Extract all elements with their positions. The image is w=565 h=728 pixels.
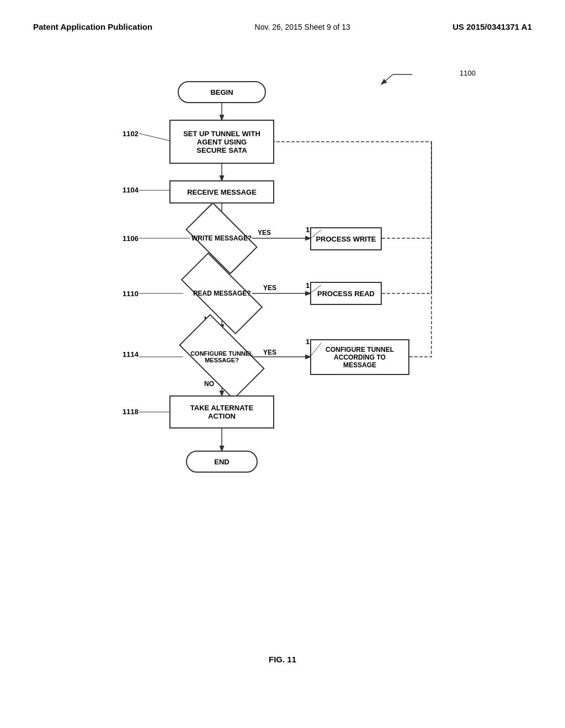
page: Patent Application Publication Nov. 26, … <box>0 0 565 728</box>
svg-line-12 <box>139 133 169 141</box>
process-read-node: PROCESS READ <box>310 282 382 305</box>
write-yes-label: YES <box>258 229 271 237</box>
alternate-action-node: TAKE ALTERNATE ACTION <box>169 395 274 429</box>
begin-node: BEGIN <box>178 81 266 103</box>
configure-message-diamond: CONFIGURE TUNNEL MESSAGE? <box>179 314 265 400</box>
read-yes-label: YES <box>263 284 276 292</box>
header-right: US 2015/0341371 A1 <box>452 22 532 31</box>
configure-yes-label: YES <box>263 349 276 356</box>
label-1104: 1104 <box>122 186 138 194</box>
process-write-node: PROCESS WRITE <box>310 227 382 250</box>
label-1106: 1106 <box>122 234 138 243</box>
setup-tunnel-node: SET UP TUNNEL WITH AGENT USING SECURE SA… <box>169 120 274 164</box>
header: Patent Application Publication Nov. 26, … <box>33 22 532 31</box>
header-left: Patent Application Publication <box>33 22 152 31</box>
label-1114: 1114 <box>122 350 138 358</box>
figure-caption: FIG. 11 <box>33 655 532 664</box>
label-1102: 1102 <box>122 130 138 138</box>
configure-no-label: NO <box>204 380 214 388</box>
diagram-container: 1100 <box>67 65 498 644</box>
ref-1100: 1100 <box>460 69 476 77</box>
end-node: END <box>186 451 258 473</box>
label-1110: 1110 <box>122 290 138 298</box>
svg-line-11 <box>382 74 393 84</box>
label-1118: 1118 <box>122 408 138 416</box>
header-center: Nov. 26, 2015 Sheet 9 of 13 <box>255 23 350 31</box>
configure-action-node: CONFIGURE TUNNEL ACCORDING TO MESSAGE <box>310 339 409 375</box>
receive-message-node: RECEIVE MESSAGE <box>169 180 274 204</box>
